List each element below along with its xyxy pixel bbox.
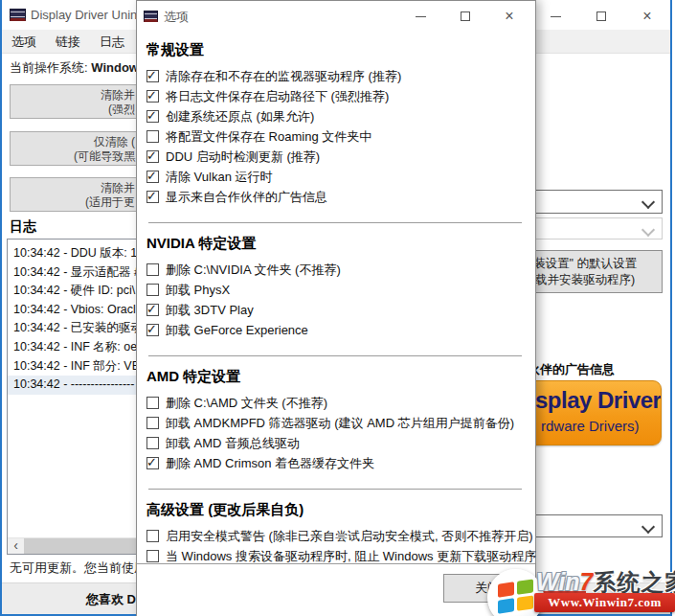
- checkbox-checked[interactable]: [146, 70, 159, 82]
- menu-item-1[interactable]: 链接: [46, 30, 90, 54]
- main-window-title: Display Driver Unins: [31, 8, 144, 22]
- checkbox-checked[interactable]: [146, 324, 159, 336]
- checkbox-checked[interactable]: [146, 171, 159, 183]
- main-minimize-button[interactable]: [545, 6, 566, 27]
- partner-ads-label: 伙伴的广告信息: [528, 361, 615, 378]
- checkbox-label: 清除 Vulkan 运行时: [166, 169, 273, 186]
- checkbox-label: 创建系统还原点 (如果允许): [166, 108, 314, 125]
- checkbox-label: 卸载 3DTV Play: [166, 302, 254, 319]
- checkbox-row[interactable]: 创建系统还原点 (如果允许): [146, 106, 524, 126]
- dialog-minimize-button[interactable]: [410, 6, 431, 27]
- button-label: 清除并(适用于更: [11, 181, 135, 210]
- dialog-maximize-button[interactable]: [455, 6, 476, 27]
- checkbox-checked[interactable]: [146, 90, 159, 103]
- checkbox-checked[interactable]: [146, 304, 159, 316]
- button-label: 清除并(强烈: [11, 88, 135, 117]
- update-status-text: 无可用更新。您当前使用: [10, 559, 146, 577]
- checkbox-unchecked[interactable]: [146, 263, 159, 276]
- checkbox-checked[interactable]: [146, 150, 159, 163]
- checkbox-unchecked[interactable]: [146, 437, 159, 449]
- logo-subtitle-text: rdware Drivers): [541, 418, 640, 434]
- section-separator: [148, 489, 522, 490]
- checkbox-unchecked[interactable]: [146, 397, 159, 409]
- chevron-down-icon: [641, 520, 655, 534]
- checkbox-checked[interactable]: [146, 110, 159, 123]
- checkbox-row[interactable]: 删除 C:\AMD 文件夹 (不推荐): [146, 393, 524, 413]
- checkbox-label: 清除存在和不存在的监视器驱动程序 (推荐): [166, 68, 401, 85]
- checkbox-row[interactable]: 显示来自合作伙伴的广告信息: [146, 187, 524, 207]
- winwin7-watermark: Win7系统之家 Www.Winwin7.com: [479, 565, 675, 616]
- menu-item-2[interactable]: 日志: [90, 30, 134, 54]
- button-label: 仅清除 ((可能导致黑: [11, 135, 135, 164]
- checkbox-checked[interactable]: [146, 457, 159, 469]
- checkbox-row[interactable]: 卸载 3DTV Play: [146, 300, 524, 320]
- dialog-title: 选项: [164, 9, 189, 26]
- dialog-bottom-separator: [137, 563, 535, 564]
- checkbox-label: 删除 AMD Crimson 着色器缓存文件夹: [166, 455, 374, 472]
- checkbox-label: 将日志文件保存在启动路径下 (强烈推荐): [166, 88, 389, 105]
- section-heading-1: NVIDIA 特定设置: [146, 235, 524, 253]
- checkbox-row[interactable]: 清除 Vulkan 运行时: [146, 167, 524, 187]
- checkbox-label: 卸载 AMDKMPFD 筛选器驱动 (建议 AMD 芯片组用户提前备份): [166, 415, 514, 432]
- dialog-close-x-button[interactable]: ×: [499, 6, 520, 27]
- checkbox-unchecked[interactable]: [146, 550, 159, 562]
- section-heading-3: 高级设置 (更改后果自负): [146, 501, 524, 519]
- checkbox-unchecked[interactable]: [146, 530, 159, 542]
- bottom-bar-text: 您喜欢 D: [2, 591, 136, 608]
- section-heading-2: AMD 特定设置: [146, 368, 524, 386]
- scroll-left-arrow[interactable]: ‹: [8, 538, 24, 554]
- dialog-titlebar: 选项 ×: [137, 1, 535, 31]
- checkbox-label: 删除 C:\AMD 文件夹 (不推荐): [166, 395, 327, 412]
- dialog-app-icon: [144, 11, 158, 22]
- checkbox-label: 卸载 PhysX: [166, 282, 230, 299]
- checkbox-row[interactable]: DDU 启动时检测更新 (推荐): [146, 147, 524, 167]
- checkbox-row[interactable]: 删除 AMD Crimson 着色器缓存文件夹: [146, 453, 524, 473]
- watermark-url-banner: Www.Winwin7.com: [534, 593, 675, 612]
- logo-title-text: splay Driver: [535, 387, 661, 414]
- checkbox-row[interactable]: 卸载 AMD 音频总线驱动: [146, 433, 524, 453]
- options-dialog: 选项 × 常规设置清除存在和不存在的监视器驱动程序 (推荐)将日志文件保存在启动…: [136, 0, 536, 616]
- chevron-down-icon: [641, 223, 655, 237]
- checkbox-row[interactable]: 删除 C:\NVIDIA 文件夹 (不推荐): [146, 260, 524, 280]
- section-separator: [148, 355, 522, 356]
- checkbox-row[interactable]: 启用安全模式警告 (除非已亲自尝试启动安全模式, 否则不推荐开启): [146, 526, 524, 546]
- checkbox-label: 启用安全模式警告 (除非已亲自尝试启动安全模式, 否则不推荐开启): [166, 528, 533, 545]
- checkbox-row[interactable]: 卸载 PhysX: [146, 280, 524, 300]
- main-maximize-button[interactable]: [591, 6, 612, 27]
- menu-item-0[interactable]: 选项: [2, 30, 46, 54]
- app-icon: [10, 9, 26, 21]
- main-close-button[interactable]: ×: [637, 6, 658, 27]
- checkbox-row[interactable]: 清除存在和不存在的监视器驱动程序 (推荐): [146, 66, 524, 86]
- current-os-line: 当前操作系统: Window: [10, 59, 139, 77]
- log-section-label: 日志: [10, 218, 36, 236]
- chevron-down-icon: [641, 195, 655, 209]
- checkbox-checked[interactable]: [146, 191, 159, 203]
- checkbox-row[interactable]: 卸载 AMDKMPFD 筛选器驱动 (建议 AMD 芯片组用户提前备份): [146, 413, 524, 433]
- checkbox-row[interactable]: 卸载 GeForce Experience: [146, 320, 524, 340]
- checkbox-label: 删除 C:\NVIDIA 文件夹 (不推荐): [166, 262, 341, 279]
- checkbox-unchecked[interactable]: [146, 417, 159, 429]
- checkbox-label: 卸载 AMD 音频总线驱动: [166, 435, 300, 452]
- checkbox-label: DDU 启动时检测更新 (推荐): [166, 148, 320, 166]
- checkbox-label: 当 Windows 搜索设备驱动程序时, 阻止 Windows 更新下载驱动程序: [166, 548, 536, 565]
- checkbox-label: 将配置文件保存在 Roaming 文件夹中: [166, 128, 371, 146]
- section-separator: [148, 222, 522, 223]
- checkbox-unchecked[interactable]: [146, 284, 159, 296]
- checkbox-row[interactable]: 将配置文件保存在 Roaming 文件夹中: [146, 126, 524, 147]
- checkbox-unchecked[interactable]: [146, 130, 159, 143]
- checkbox-label: 显示来自合作伙伴的广告信息: [166, 189, 327, 206]
- checkbox-label: 卸载 GeForce Experience: [166, 322, 308, 339]
- checkbox-row[interactable]: 将日志文件保存在启动路径下 (强烈推荐): [146, 86, 524, 106]
- section-heading-0: 常规设置: [146, 41, 524, 59]
